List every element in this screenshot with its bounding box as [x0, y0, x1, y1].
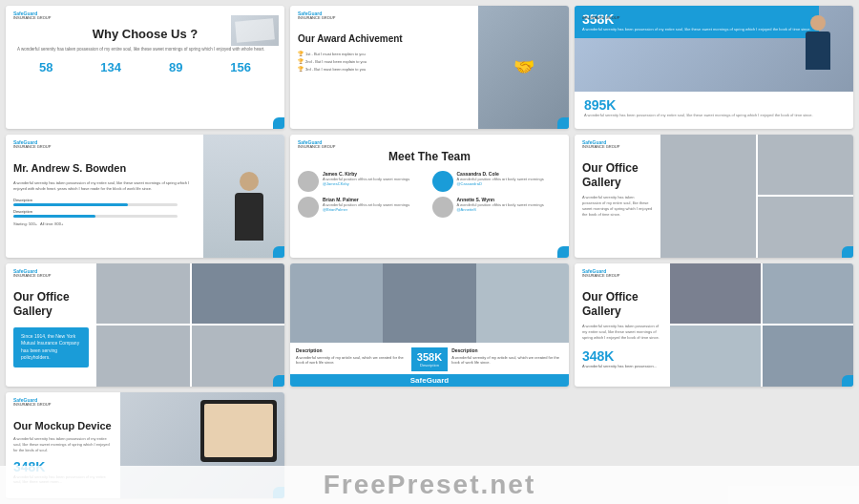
- gallery-desc-6: A wonderful serenity has taken possessio…: [582, 195, 653, 218]
- images-row: [290, 263, 569, 344]
- blue-stat-box: 358K Description: [411, 347, 448, 371]
- desc-col-2: Description A wonderful serenity of my a…: [451, 347, 563, 371]
- slide-2-left: Our Award Achivement 1st - But I must be…: [290, 6, 478, 129]
- person-body: [806, 32, 830, 70]
- team-grid: James C. Kirby A wonderful position ofth…: [290, 171, 569, 218]
- member-info-1: James C. Kirby A wonderful position ofth…: [323, 171, 409, 187]
- blue-corner-decoration: [273, 117, 284, 129]
- person-name: Mr. Andrew S. Bowden: [13, 161, 196, 175]
- prog-bar-bg-2: [13, 215, 178, 218]
- team-member-4: Annette S. Wynn A wonderful position oft…: [432, 197, 562, 218]
- slide-5-logo: SafeGuardINSURANCE GROUP: [298, 140, 335, 149]
- slide-9-logo: SafeGuardINSURANCE GROUP: [582, 269, 619, 278]
- handshake-image: 🤝: [478, 6, 569, 129]
- award-item-1: 1st - But I must been explain to you: [298, 51, 471, 56]
- stat-4: 156: [230, 60, 251, 74]
- slide-4-person-image: [203, 135, 284, 258]
- prog-row-2: Description: [13, 209, 196, 218]
- gallery-title-7: Our Office Gallery: [13, 290, 89, 320]
- slide-6-left: Our Office Gallery A wonderful serenity …: [575, 135, 660, 258]
- gallery-img-7-1: [96, 263, 190, 324]
- avatar-3: [298, 197, 319, 218]
- slide-images-row: Description A wonderful serenity of my a…: [290, 263, 569, 387]
- award-item-2: 2nd - But I must been explain to you: [298, 58, 471, 64]
- slide-award: SafeGuardINSURANCE GROUP Our Award Achiv…: [290, 6, 569, 129]
- slide-6-images: [660, 135, 853, 258]
- blue-corner-2: [557, 117, 569, 129]
- row-img-3: [476, 263, 569, 344]
- slide-4-logo: SafeGuardINSURANCE GROUP: [13, 140, 51, 149]
- tablet-device: [200, 400, 277, 462]
- slide-9-images: [670, 263, 853, 387]
- person-head: [810, 15, 826, 31]
- slide-10-right: [120, 392, 284, 498]
- slide-2-logo: SafeGuardINSURANCE GROUP: [298, 11, 335, 20]
- member-info-4: Annette S. Wynn A wonderful position oft…: [457, 197, 544, 213]
- gallery-img-6-2: [758, 135, 853, 195]
- slide-gallery-6: SafeGuardINSURANCE GROUP Our Office Gall…: [575, 135, 853, 258]
- desc-col-1: Description A wonderful serenity of my a…: [296, 347, 408, 371]
- andrew-figure: [222, 172, 275, 258]
- gallery-img-9-1: [670, 263, 761, 324]
- team-member-2: Cassandra D. Cole A wonderful position o…: [432, 171, 562, 192]
- blue-corner-4: [273, 246, 284, 258]
- bottom-info-row: Description A wonderful serenity of my a…: [290, 343, 569, 376]
- slide-7-left: Our Office Gallery Since 1914, the New Y…: [6, 263, 96, 387]
- slide-3-bottom: 895K A wonderful serenity has been posse…: [575, 92, 853, 124]
- slide-mockup: SafeGuardINSURANCE GROUP Our Mockup Devi…: [6, 392, 284, 498]
- figure-head: [240, 172, 259, 191]
- person-image: [796, 15, 839, 92]
- slide-2-title: Our Award Achivement: [298, 32, 471, 45]
- row-img-2: [383, 263, 475, 344]
- slide-1-stats: 58 134 89 156: [6, 60, 284, 74]
- slide-gallery-7: SafeGuardINSURANCE GROUP Our Office Gall…: [6, 263, 284, 387]
- team-member-3: Brian M. Palmer A wonderful position oft…: [298, 197, 428, 218]
- member-info-3: Brian M. Palmer A wonderful position oft…: [323, 197, 409, 213]
- meet-title: Meet The Team: [290, 150, 569, 163]
- slide-3-logo: SafeGuardINSURANCE GROUP: [582, 11, 619, 20]
- brand-bottom: SafeGuard: [290, 374, 569, 387]
- gallery-img-9-4: [763, 326, 853, 386]
- stat-1: 58: [39, 60, 52, 74]
- gallery-img-6-1: [660, 135, 756, 258]
- slide-team: SafeGuardINSURANCE GROUP Meet The Team J…: [290, 135, 569, 258]
- avatar-2: [432, 171, 453, 192]
- blue-corner-5: [557, 246, 569, 258]
- team-member-1: James C. Kirby A wonderful position ofth…: [298, 171, 428, 192]
- member-info-2: Cassandra D. Cole A wonderful position o…: [457, 171, 544, 187]
- figure-body: [235, 193, 263, 241]
- award-item-3: 3rd - But I must been explain to you: [298, 66, 471, 72]
- slide-1-desc: A wonderful serenity has taken possessio…: [17, 47, 273, 52]
- stat-3: 89: [169, 60, 182, 74]
- slide-9-left: Our Office Gallery A wonderful serenity …: [575, 263, 670, 387]
- gallery-img-9-3: [670, 326, 761, 386]
- slide-2-image: 🤝: [478, 6, 569, 129]
- slide-gallery-9: SafeGuardINSURANCE GROUP Our Office Gall…: [575, 263, 853, 387]
- blue-corner-6: [842, 246, 853, 258]
- gallery-desc-9: A wonderful serenity has taken possessio…: [582, 324, 662, 341]
- slide-1-logo: SafeGuardINSURANCE GROUP: [13, 11, 51, 20]
- quote-box: Since 1914, the New York Mutual Insuranc…: [13, 327, 89, 368]
- slide-person: SafeGuardINSURANCE GROUP Mr. Andrew S. B…: [6, 135, 284, 258]
- row-img-1: [290, 263, 383, 344]
- slide-1-image: [231, 15, 279, 46]
- slide-10-left: Our Mockup Device A wonderful serenity h…: [6, 392, 120, 498]
- mockup-desc: A wonderful serenity has taken possessio…: [13, 436, 113, 453]
- blue-corner-10: [273, 487, 284, 498]
- gallery-title-6: Our Office Gallery: [582, 161, 653, 191]
- tablet-screen: [204, 404, 273, 457]
- prog-bar-fill-2: [13, 215, 95, 218]
- prog-bar-fill-1: [13, 203, 128, 206]
- slide-7-images: [96, 263, 284, 387]
- gallery-img-6-3: [758, 197, 853, 257]
- slide-4-left: Mr. Andrew S. Bowden A wonderful serenit…: [6, 135, 203, 258]
- rating-row: Starting: 500+ All time: 800+: [13, 221, 196, 226]
- mockup-title: Our Mockup Device: [13, 419, 113, 432]
- gallery-img-9-2: [763, 263, 853, 324]
- slide-7-logo: SafeGuardINSURANCE GROUP: [13, 269, 51, 278]
- avatar-1: [298, 171, 319, 192]
- slide-10-logo: SafeGuardINSURANCE GROUP: [13, 398, 51, 407]
- gallery-img-7-3: [96, 326, 190, 386]
- gallery-img-7-4: [192, 326, 285, 386]
- blue-corner-7: [273, 375, 284, 387]
